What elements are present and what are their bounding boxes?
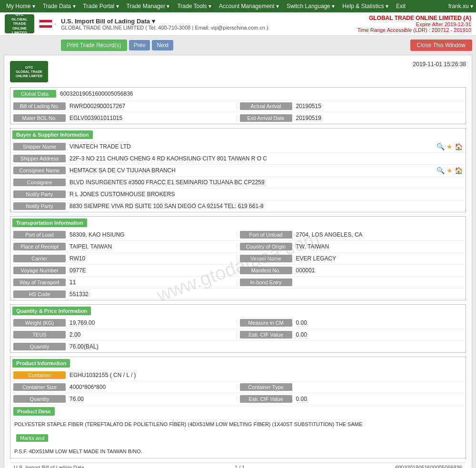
buyer-supplier-section: Buyer & Supplier Information Shipper Nam… xyxy=(10,128,466,212)
shipper-address-value: 22F-3 NO 211 CHUNG CHENG 4 RD KAOHSIUNG … xyxy=(66,154,463,163)
nav-my-home[interactable]: My Home ▾ xyxy=(3,1,39,11)
bol-col: Bill of Lading No. RWRD002900017267 xyxy=(13,102,237,110)
hs-code-value: 551332 xyxy=(66,290,463,299)
way-inbond-row: Way of Transport 11 In-bond Entry xyxy=(10,277,466,289)
manifest-value: 000001 xyxy=(292,266,463,275)
product-info-title: Product Information xyxy=(12,359,70,368)
shipper-name-label: Shipper Name xyxy=(13,143,66,150)
doc-logo-text: GTCGLOBAL TRADE ONLINE LIMITED xyxy=(10,65,48,78)
esti-cif-label: Esti. CIF Value xyxy=(240,331,292,339)
next-top-button[interactable]: Next xyxy=(152,40,173,50)
shipper-name-row: Shipper Name VINATECH TRADE LTD 🔍 ★ 🏠 xyxy=(10,141,466,153)
notify-party-2-label: Notify Party xyxy=(13,202,66,210)
nav-username[interactable]: frank.xu ▾ xyxy=(448,3,473,10)
product-cif-value: 0.00 xyxy=(292,395,463,403)
shipper-address-row: Shipper Address 22F-3 NO 211 CHUNG CHENG… xyxy=(10,153,466,165)
vessel-name-col: Vessel Name EVER LEGACY xyxy=(237,254,463,263)
doc-footer-right: 60032019051600005056836 xyxy=(395,465,462,468)
logo-area: GTCGLOBAL TRADEONLINE LIMITED xyxy=(5,14,34,33)
consignee-name-icons: 🔍 ★ 🏠 xyxy=(436,167,463,174)
bol-row: Bill of Lading No. RWRD002900017267 Actu… xyxy=(10,100,466,112)
esti-arrival-col: Esti Arrival Date 20190519 xyxy=(237,114,463,122)
product-cif-col: Esti. CIF Value 0.00 xyxy=(237,395,463,403)
esti-arrival-value: 20190519 xyxy=(292,114,463,122)
quantity-price-section: Quantity & Price Information Weight (KG)… xyxy=(10,304,466,353)
port-unload-label: Port of Unload xyxy=(240,231,292,239)
product-cif-label: Esti. CIF Value xyxy=(240,395,292,403)
consignee-name-row: Consignee Name HEMTACK SA DE CV TIJUANA … xyxy=(10,165,466,177)
teus-col: TEUS 2.00 xyxy=(13,330,237,339)
star-icon-2[interactable]: ★ xyxy=(446,167,453,174)
way-transport-label: Way of Transport xyxy=(13,279,66,286)
doc-footer: U.S. Import Bill of Lading Data 1 / 1 60… xyxy=(10,462,466,468)
receipt-origin-row: Place of Receipt TAIPEI, TAIWAN Country … xyxy=(10,241,466,253)
quantity-value: 76.00(BAL) xyxy=(66,342,463,351)
consignee-row: Consignee BLVD INSURGENTES #3500 FRACC E… xyxy=(10,177,466,189)
print-top-button[interactable]: Print Trade Record(s) xyxy=(61,40,127,51)
nav-switch-language[interactable]: Switch Language ▾ xyxy=(283,1,338,11)
product-desc-text: POLYESTER STAPLE FIBER (TEREFTALATO DE P… xyxy=(10,418,466,431)
voyage-value: 0977E xyxy=(66,266,237,275)
container-type-label: Container Type xyxy=(240,383,292,391)
nav-trade-data[interactable]: Trade Data ▾ xyxy=(40,1,79,11)
us-flag xyxy=(39,20,52,28)
master-bol-row: Mater BOL No. EGLV003901011015 Esti Arri… xyxy=(10,112,466,124)
document-card: www.gtodataaa.com GTCGLOBAL TRADE ONLINE… xyxy=(4,55,472,468)
doc-footer-left: U.S. Import Bill of Lading Data xyxy=(14,465,84,468)
container-size-label: Container Size xyxy=(13,383,66,391)
container-size-value: 4000*806*800 xyxy=(66,383,237,391)
inbond-entry-label: In-bond Entry xyxy=(240,279,292,286)
container-size-col: Container Size 4000*806*800 xyxy=(13,383,237,391)
nav-trade-portal[interactable]: Trade Portal ▾ xyxy=(80,1,122,11)
hs-code-label: HS Code xyxy=(13,290,66,298)
weight-measure-row: Weight (KG) 19,769.00 Measure in CM 0.00 xyxy=(10,317,466,329)
teus-value: 2.00 xyxy=(66,330,237,339)
container-size-type-row: Container Size 4000*806*800 Container Ty… xyxy=(10,381,466,393)
flag-area: - xyxy=(39,20,56,28)
nav-exit[interactable]: Exit xyxy=(393,1,409,11)
top-toolbar: Print Trade Record(s) Prev Next Close Th… xyxy=(4,40,472,51)
shipper-name-value: VINATECH TRADE LTD xyxy=(66,142,436,151)
toolbar-center: Print Trade Record(s) Prev Next xyxy=(61,40,173,51)
main-content: Print Trade Record(s) Prev Next Close Th… xyxy=(0,36,476,468)
search-icon[interactable]: 🔍 xyxy=(436,143,445,150)
home-icon[interactable]: 🏠 xyxy=(455,143,463,150)
nav-trade-tools[interactable]: Trade Tools ▾ xyxy=(174,1,214,11)
esti-cif-col: Esti. CIF Value 0.00 xyxy=(237,330,463,339)
teus-label: TEUS xyxy=(13,331,66,339)
container-label: Container xyxy=(13,371,66,379)
prev-top-button[interactable]: Prev xyxy=(129,40,150,50)
nav-help[interactable]: Help & Statistics ▾ xyxy=(339,1,392,11)
home-icon-2[interactable]: 🏠 xyxy=(455,167,463,174)
consignee-value: BLVD INSURGENTES #3500 FRACC E1 SEMINARI… xyxy=(66,178,463,187)
global-data-value: 60032019051600005056836 xyxy=(56,90,137,98)
weight-label: Weight (KG) xyxy=(13,319,66,327)
buyer-supplier-title: Buyer & Supplier Information xyxy=(12,130,93,139)
nav-account-management[interactable]: Account Management ▾ xyxy=(216,1,282,11)
global-data-section: Global Data 60032019051600005056836 Bill… xyxy=(10,87,466,124)
port-unload-col: Port of Unload 2704, LOS ANGELES, CA xyxy=(237,230,463,239)
search-icon-2[interactable]: 🔍 xyxy=(436,167,445,174)
place-receipt-label: Place of Receipt xyxy=(13,243,66,250)
actual-arrival-col: Actual Arrival 20190515 xyxy=(237,102,463,110)
manifest-col: Manifest No. 000001 xyxy=(237,266,463,275)
vessel-name-value: EVER LEGACY xyxy=(292,254,463,263)
product-desc-label-row: Product Desc xyxy=(10,405,466,418)
close-top-button[interactable]: Close This Window xyxy=(410,40,472,51)
way-transport-value: 11 xyxy=(66,278,237,287)
logo-text: GTCGLOBAL TRADEONLINE LIMITED xyxy=(5,12,34,35)
bol-value: RWRD002900017267 xyxy=(66,102,237,110)
header-brand: GLOBAL TRADE ONLINE LIMITED (A) xyxy=(357,15,471,21)
notify-party-1-label: Notify Party xyxy=(13,190,66,198)
nav-left: My Home ▾ Trade Data ▾ Trade Portal ▾ Tr… xyxy=(3,1,409,11)
global-data-label: Global Data xyxy=(13,90,56,98)
transportation-section: Transportation Information Port of Load … xyxy=(10,216,466,300)
container-value: EGHU1032155 ( CN / L / ) xyxy=(66,371,463,379)
header-time-range: Time Range Accessible (LDR) : 200712 - 2… xyxy=(357,27,471,33)
way-transport-col: Way of Transport 11 xyxy=(13,278,237,287)
port-load-unload-row: Port of Load 58309, KAO HSIUNG Port of U… xyxy=(10,229,466,241)
star-icon[interactable]: ★ xyxy=(446,143,453,150)
port-load-label: Port of Load xyxy=(13,231,66,239)
header-bar: GTCGLOBAL TRADEONLINE LIMITED - U.S. Imp… xyxy=(0,12,476,36)
nav-trade-manager[interactable]: Trade Manager ▾ xyxy=(123,1,173,11)
